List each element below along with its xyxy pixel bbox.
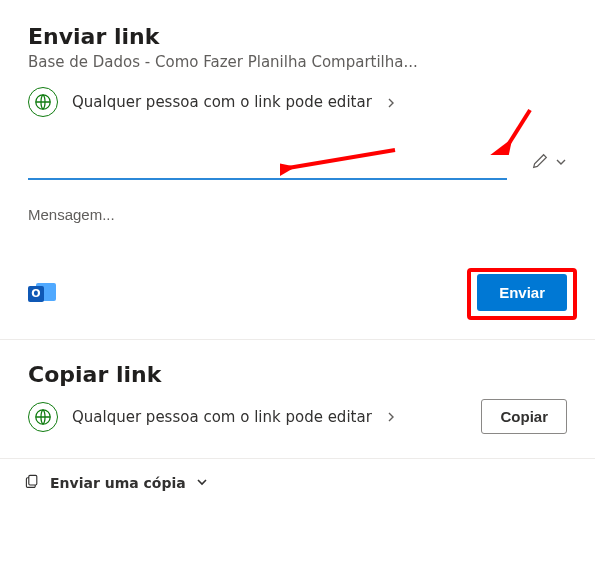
copy-link-permissions-row[interactable]: Qualquer pessoa com o link pode editar [28, 402, 396, 432]
svg-rect-2 [29, 475, 37, 485]
send-link-title: Enviar link [28, 24, 567, 49]
globe-icon [28, 87, 58, 117]
globe-icon [28, 402, 58, 432]
edit-permission-dropdown[interactable] [531, 152, 567, 174]
chevron-right-icon [386, 407, 396, 426]
permission-text: Qualquer pessoa com o link pode editar [72, 408, 372, 426]
message-input[interactable] [28, 206, 567, 223]
copy-page-icon [24, 473, 40, 492]
copy-button[interactable]: Copiar [481, 399, 567, 434]
copy-link-title: Copiar link [28, 362, 567, 387]
outlook-icon[interactable]: O [28, 280, 56, 306]
pencil-icon [531, 152, 549, 174]
send-copy-dropdown[interactable]: Enviar uma cópia [0, 459, 595, 506]
send-button[interactable]: Enviar [477, 274, 567, 311]
document-name: Base de Dados - Como Fazer Planilha Comp… [28, 53, 567, 71]
chevron-down-icon [196, 475, 208, 491]
chevron-right-icon [386, 93, 396, 112]
recipients-input[interactable] [28, 145, 507, 180]
permission-text: Qualquer pessoa com o link pode editar [72, 93, 372, 111]
chevron-down-icon [555, 153, 567, 172]
link-permissions-row[interactable]: Qualquer pessoa com o link pode editar [28, 87, 567, 117]
send-copy-label: Enviar uma cópia [50, 475, 186, 491]
